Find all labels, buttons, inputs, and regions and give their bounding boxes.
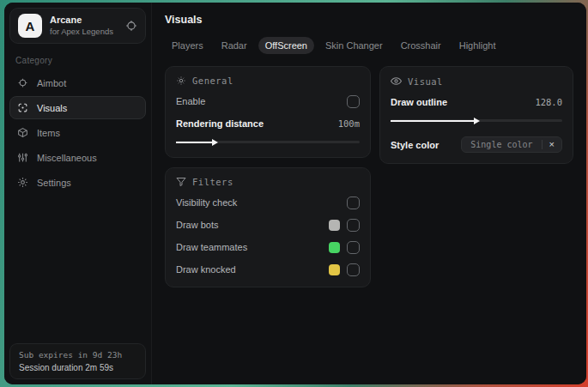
general-card-header: General — [176, 76, 360, 86]
visual-card: Visual Draw outline 128.0 Style color — [379, 66, 573, 164]
content: General Enable Rendering distance 100m — [165, 66, 573, 287]
sliders-icon — [17, 152, 28, 163]
style-color-chip[interactable]: Single color × — [461, 136, 562, 153]
app-subtitle: for Apex Legends — [50, 27, 118, 37]
close-icon[interactable]: × — [542, 140, 561, 149]
logo-text: Arcane for Apex Legends — [50, 15, 118, 37]
sidebar-item-visuals[interactable]: Visuals — [9, 96, 146, 119]
left-column: General Enable Rendering distance 100m — [165, 66, 371, 287]
sidebar-item-label: Settings — [37, 178, 71, 188]
enable-label: Enable — [176, 96, 205, 106]
sidebar-item-settings[interactable]: Settings — [9, 171, 146, 194]
draw-outline-row: Draw outline 128.0 — [391, 95, 562, 109]
draw-knocked-checkbox[interactable] — [347, 263, 360, 276]
sidebar-item-label: Miscellaneous — [37, 153, 97, 163]
filter-label: Draw knocked — [176, 264, 236, 275]
filter-label: Draw teammates — [176, 242, 247, 252]
main-area: Visuals Players Radar OffScreen Skin Cha… — [152, 3, 586, 384]
sidebar-item-items[interactable]: Items — [9, 121, 146, 144]
slider-thumb-arrow[interactable] — [474, 118, 480, 124]
draw-bots-checkbox[interactable] — [347, 219, 360, 232]
filters-card-header: Filters — [176, 177, 360, 187]
page-title: Visuals — [165, 14, 573, 26]
general-card-title: General — [192, 76, 233, 86]
rendering-distance-fill — [176, 142, 213, 143]
tab-players[interactable]: Players — [165, 37, 210, 54]
style-color-row: Style color Single color × — [391, 136, 562, 153]
tab-offscreen[interactable]: OffScreen — [258, 37, 314, 54]
right-column: Visual Draw outline 128.0 Style color — [379, 66, 573, 164]
funnel-icon — [176, 177, 186, 187]
draw-outline-slider[interactable] — [391, 115, 562, 125]
draw-outline-label: Draw outline — [391, 97, 447, 107]
rendering-distance-row: Rendering distance 100m — [176, 117, 360, 130]
draw-outline-value: 128.0 — [535, 97, 562, 107]
rendering-distance-label: Rendering distance — [176, 118, 264, 129]
app-avatar: A — [18, 14, 42, 38]
sidebar-item-label: Visuals — [37, 103, 67, 113]
tab-skin-changer[interactable]: Skin Changer — [318, 37, 390, 54]
draw-outline-fill — [391, 120, 475, 122]
sidebar-item-label: Items — [37, 128, 60, 138]
filter-label: Draw bots — [176, 220, 219, 230]
filter-row: Draw bots — [176, 218, 360, 232]
session-duration-text: Session duration 2m 59s — [19, 363, 136, 372]
visual-card-header: Visual — [391, 76, 562, 87]
rendering-distance-value: 100m — [338, 118, 360, 129]
scan-icon — [17, 102, 28, 113]
filter-row: Draw knocked — [176, 263, 360, 276]
visual-card-title: Visual — [408, 76, 443, 87]
general-card: General Enable Rendering distance 100m — [165, 66, 371, 158]
slider-thumb-arrow[interactable] — [212, 139, 218, 146]
filters-card-title: Filters — [192, 177, 233, 187]
sidebar-item-miscellaneous[interactable]: Miscellaneous — [9, 146, 146, 169]
filter-row: Draw teammates — [176, 240, 360, 254]
box-icon — [17, 127, 28, 138]
sidebar-item-aimbot[interactable]: Aimbot — [9, 71, 146, 94]
draw-teammates-checkbox[interactable] — [347, 241, 360, 254]
filters-card: Filters Visibility check Draw bots — [165, 167, 371, 287]
tab-highlight[interactable]: Highlight — [452, 37, 503, 54]
filter-swatch[interactable] — [329, 264, 340, 275]
filter-swatch[interactable] — [329, 242, 340, 253]
sun-icon — [176, 76, 186, 86]
style-color-label: Style color — [391, 140, 439, 150]
enable-row: Enable — [176, 94, 360, 108]
visibility-check-checkbox[interactable] — [347, 197, 360, 209]
filter-row: Visibility check — [176, 196, 360, 209]
eye-icon — [391, 76, 402, 87]
filter-swatch[interactable] — [329, 220, 340, 231]
sub-expires-text: Sub expires in 9d 23h — [19, 350, 136, 360]
crosshair-icon — [17, 77, 28, 88]
tab-bar: Players Radar OffScreen Skin Changer Cro… — [165, 37, 573, 54]
tab-crosshair[interactable]: Crosshair — [394, 37, 448, 54]
app-window: A Arcane for Apex Legends Category — [4, 3, 586, 384]
app-title: Arcane — [50, 15, 118, 27]
category-label: Category — [15, 56, 140, 65]
sidebar-item-label: Aimbot — [37, 78, 66, 88]
subscription-info: Sub expires in 9d 23h Session duration 2… — [9, 343, 146, 379]
style-color-chip-label: Single color — [462, 140, 541, 149]
enable-checkbox[interactable] — [347, 95, 360, 108]
gear-icon — [17, 177, 28, 188]
logo-card: A Arcane for Apex Legends — [9, 8, 146, 44]
rendering-distance-slider[interactable] — [176, 136, 360, 147]
filter-label: Visibility check — [176, 197, 237, 208]
tab-radar[interactable]: Radar — [215, 37, 254, 54]
sidebar: A Arcane for Apex Legends Category — [4, 3, 152, 384]
target-icon[interactable] — [125, 20, 137, 32]
